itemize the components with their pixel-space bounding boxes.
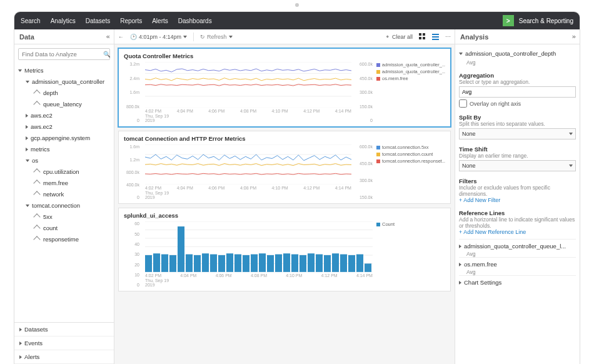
charts-area: Quota Controller Metrics 3.2m2.4m1.6m800… <box>114 44 455 364</box>
add-refline-link[interactable]: + Add New Reference Line <box>459 229 576 235</box>
tag-icon <box>33 168 40 175</box>
legend-item[interactable]: admission_quota_controller_... <box>376 62 445 68</box>
analysis-collapser[interactable]: os.mem.free <box>459 257 576 269</box>
tree-leaf-label: depth <box>43 89 58 98</box>
svg-rect-29 <box>186 255 193 272</box>
tree-leaf[interactable]: depth <box>14 88 114 99</box>
svg-rect-49 <box>348 255 355 272</box>
timeshift-select[interactable]: None <box>459 160 576 171</box>
time-range-picker[interactable]: 🕑 4:01pm - 4:14pm <box>130 34 187 40</box>
tree-metrics-root[interactable]: Metrics <box>14 65 114 76</box>
tree-item[interactable]: aws.ec2 <box>14 110 114 121</box>
chevron-icon <box>26 148 28 151</box>
nav-dashboards[interactable]: Dashboards <box>178 18 212 24</box>
legend-swatch <box>376 146 380 149</box>
bar-chart <box>145 221 373 272</box>
nav-datasets[interactable]: Datasets <box>86 18 110 24</box>
clear-all-button[interactable]: ⚬ Clear all <box>385 34 413 40</box>
chart-panel-splunkd[interactable]: splunkd_ui_access 6050403020100 4:02 PM4… <box>118 208 451 291</box>
data-panel-header: Data « <box>14 29 114 44</box>
svg-rect-27 <box>169 255 176 272</box>
splitby-select[interactable]: None <box>459 128 576 139</box>
legend-swatch <box>376 70 380 74</box>
aggregation-sub: Select or type an aggregation. <box>459 79 576 85</box>
analysis-panel: admission_quota_controller_depth Avg Agg… <box>455 44 580 364</box>
tree-item-label: os <box>32 156 38 165</box>
nav-search[interactable]: Search <box>21 18 41 24</box>
tree-leaf[interactable]: count <box>14 223 114 234</box>
tree-leaf[interactable]: queue_latency <box>14 99 114 110</box>
splunk-logo-icon: > <box>503 15 514 26</box>
more-button[interactable]: ⋯ <box>445 34 451 40</box>
line-chart <box>145 144 351 185</box>
data-search-input[interactable] <box>22 51 101 58</box>
legend-item[interactable]: tomcat.connection.responset... <box>376 158 445 164</box>
refresh-label: Refresh <box>207 34 227 40</box>
refresh-button[interactable]: ↻ Refresh <box>200 34 233 40</box>
line-chart <box>145 62 351 108</box>
clear-all-label: Clear all <box>392 34 413 40</box>
legend-item[interactable]: tomcat.connection.5xx <box>376 144 445 150</box>
tree-item[interactable]: gcp.appengine.system <box>14 133 114 144</box>
time-back-button[interactable]: ← <box>118 34 124 40</box>
svg-rect-32 <box>210 255 217 272</box>
y-axis-right: 600.0k450.0k300.0k150.0k0 <box>355 62 373 123</box>
data-search-box[interactable]: 🔍 <box>18 48 110 60</box>
collapse-left-icon[interactable]: « <box>106 33 109 41</box>
add-filter-link[interactable]: + Add New Filter <box>459 197 576 203</box>
aggregation-input[interactable] <box>459 86 576 98</box>
tree-item[interactable]: aws.ec2 <box>14 121 114 133</box>
tree-item[interactable]: os <box>14 155 114 166</box>
tree-leaf[interactable]: responsetime <box>14 234 114 245</box>
filters-title: Filters <box>459 178 576 185</box>
chevron-down-icon <box>569 164 573 167</box>
chevron-down-icon <box>183 36 187 38</box>
overlay-checkbox-input[interactable] <box>459 99 467 108</box>
toolbar-mid: ← 🕑 4:01pm - 4:14pm ↻ Refresh ⚬ Clear al… <box>114 29 455 44</box>
svg-rect-3 <box>423 37 425 39</box>
svg-rect-33 <box>218 255 225 272</box>
svg-rect-48 <box>340 255 347 272</box>
chart-panel-quota[interactable]: Quota Controller Metrics 3.2m2.4m1.6m800… <box>118 48 451 127</box>
chart-panel-tomcat[interactable]: tomcat Connection and HTTP Error Metrics… <box>118 131 451 204</box>
tree-item[interactable]: metrics <box>14 144 114 155</box>
svg-rect-40 <box>275 255 282 272</box>
section-datasets[interactable]: Datasets <box>14 323 114 336</box>
collapser-label: Chart Settings <box>464 279 501 286</box>
section-label: Alerts <box>24 353 39 360</box>
tree-leaf[interactable]: 5xx <box>14 211 114 223</box>
tag-icon <box>33 236 40 243</box>
metrics-root-label: Metrics <box>24 66 44 75</box>
tree-item[interactable]: admission_quota_controller <box>14 76 114 88</box>
analysis-head-item[interactable]: admission_quota_controller_depth <box>459 48 576 59</box>
section-alerts[interactable]: Alerts <box>14 350 114 364</box>
legend-item[interactable]: tomcat.connection.count <box>376 151 445 157</box>
nav-analytics[interactable]: Analytics <box>51 18 76 24</box>
overlay-checkbox[interactable]: Overlay on right axis <box>459 99 576 108</box>
collapse-right-icon[interactable]: » <box>571 33 575 41</box>
product-label: Search & Reporting <box>519 18 573 24</box>
nav-reports[interactable]: Reports <box>120 18 142 24</box>
legend-label: admission_quota_controller_... <box>382 69 445 74</box>
tree-item[interactable]: tomcat.connection <box>14 200 114 211</box>
y-axis-left: 3.2m2.4m1.6m800.0k0 <box>124 62 141 123</box>
aggregation-title: Aggregation <box>459 72 576 79</box>
analysis-collapser[interactable]: Chart Settings <box>459 275 576 287</box>
legend-item[interactable]: Count <box>376 221 445 227</box>
legend-item[interactable]: os.mem.free <box>376 76 445 81</box>
analysis-collapser[interactable]: admission_quota_controller_queue_l... <box>459 239 576 251</box>
svg-rect-51 <box>365 264 371 272</box>
legend-item[interactable]: admission_quota_controller_... <box>376 69 445 74</box>
tree-leaf-label: cpu.utilization <box>43 168 79 176</box>
section-label: Datasets <box>24 326 48 333</box>
list-view-button[interactable] <box>432 33 439 40</box>
chevron-right-icon <box>459 281 461 285</box>
tree-leaf[interactable]: network <box>14 189 114 200</box>
tree-leaf[interactable]: cpu.utilization <box>14 166 114 178</box>
grid-view-button[interactable] <box>419 33 426 40</box>
chevron-icon <box>26 81 29 83</box>
y-axis-left: 6050403020100 <box>124 221 141 287</box>
nav-alerts[interactable]: Alerts <box>152 18 168 24</box>
tree-leaf[interactable]: mem.free <box>14 178 114 189</box>
section-events[interactable]: Events <box>14 336 114 350</box>
